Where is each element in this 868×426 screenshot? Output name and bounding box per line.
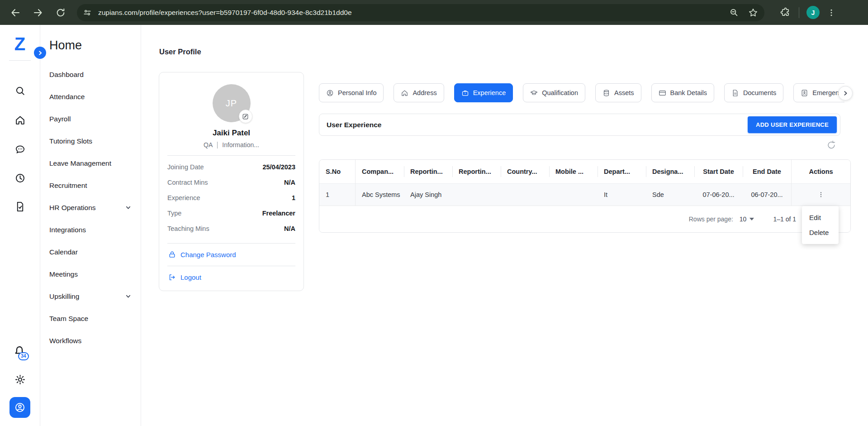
tab-experience[interactable]: Experience (454, 83, 513, 102)
sidebar-item-integrations[interactable]: Integrations (40, 219, 141, 241)
home-icon[interactable] (14, 115, 26, 126)
browser-reload-button[interactable] (54, 6, 67, 19)
toolbar-divider (799, 7, 799, 18)
document-check-icon[interactable] (14, 201, 26, 212)
rail-divider (9, 60, 31, 61)
extensions-button[interactable] (779, 6, 792, 19)
row-actions-kebab-button[interactable] (816, 189, 826, 200)
row-actions-menu: Edit Delete (802, 206, 839, 244)
column-header: Compan... (356, 160, 404, 183)
sidebar-item-calendar[interactable]: Calendar (40, 241, 141, 263)
tab-documents[interactable]: Documents (724, 83, 783, 102)
change-password-button[interactable]: Change Password (168, 251, 295, 258)
profile-card: JP Jaiki Patel QA Information... Joining… (159, 72, 304, 291)
icon-rail: Z 34 (0, 25, 40, 426)
puzzle-icon (780, 7, 791, 18)
zoom-out-icon[interactable] (729, 8, 739, 18)
sidebar-item-workflows[interactable]: Workflows (40, 330, 141, 352)
sidebar-item-payroll[interactable]: Payroll (40, 108, 141, 130)
menu-item-delete[interactable]: Delete (802, 225, 839, 240)
lock-icon (168, 251, 176, 258)
edit-avatar-button[interactable] (239, 110, 252, 123)
sidebar-item-upskilling[interactable]: Upskilling (40, 285, 141, 307)
cell-start-date: 07-06-20... (694, 183, 743, 206)
file-icon (731, 89, 739, 97)
profile-tabs: Personal Info Address Experience Qualifi… (319, 83, 844, 103)
sidebar-item-tutoring-slots[interactable]: Tutoring Slots (40, 130, 141, 152)
logout-icon (168, 273, 176, 281)
detail-row: Joining Date 25/04/2023 (167, 159, 295, 175)
tabs-scroll-right-button[interactable] (838, 86, 853, 101)
settings-gear-icon[interactable] (14, 374, 26, 385)
tab-address[interactable]: Address (394, 83, 444, 102)
url-text[interactable]: zupians.com/profile/experiences?user=b59… (98, 9, 352, 17)
briefcase-icon (461, 89, 469, 97)
user-name: Jaiki Patel (167, 129, 295, 138)
database-icon (602, 89, 610, 97)
sidebar-item-leave-management[interactable]: Leave Management (40, 152, 141, 174)
profile-button[interactable] (9, 397, 30, 418)
column-header: S.No (319, 160, 356, 183)
cell-mobile (549, 183, 598, 206)
clock-icon[interactable] (14, 172, 26, 184)
column-header: Country... (501, 160, 549, 183)
sidebar-item-recruitment[interactable]: Recruitment (40, 174, 141, 196)
refresh-icon[interactable] (827, 140, 836, 149)
sidebar-item-attendance[interactable]: Attendance (40, 86, 141, 108)
site-settings-icon[interactable] (83, 8, 92, 17)
column-header: Mobile ... (549, 160, 598, 183)
tab-bank-details[interactable]: Bank Details (651, 83, 714, 102)
pagination-range: 1–1 of 1 (773, 215, 796, 223)
sidebar-item-team-space[interactable]: Team Space (40, 307, 141, 330)
cell-sno: 1 (319, 183, 356, 206)
role-separator (217, 142, 218, 148)
sidebar-nav: Dashboard Attendance Payroll Tutoring Sl… (40, 63, 141, 352)
sidebar-item-meetings[interactable]: Meetings (40, 263, 141, 285)
tab-personal-info[interactable]: Personal Info (319, 83, 384, 102)
sidebar-item-hr-operations[interactable]: HR Operations (40, 196, 141, 219)
tab-emergency[interactable]: Emergency (793, 83, 844, 102)
menu-item-edit[interactable]: Edit (802, 210, 839, 225)
kebab-menu-icon (817, 191, 825, 198)
contact-badge-icon (801, 89, 808, 97)
rows-per-page-select[interactable]: 10 (740, 215, 754, 223)
chevron-right-icon (842, 90, 849, 96)
sidebar: Home Dashboard Attendance Payroll Tutori… (40, 25, 141, 426)
browser-forward-button[interactable] (32, 6, 44, 19)
sidebar-collapse-button[interactable] (34, 47, 46, 59)
add-user-experience-button[interactable]: ADD USER EXPERIENCE (748, 116, 837, 133)
notification-count-badge: 34 (18, 352, 29, 360)
browser-back-button[interactable] (9, 6, 22, 19)
table-pagination: Rows per page: 10 1–1 of 1 (319, 206, 850, 232)
column-header: Reportin... (452, 160, 501, 183)
column-header: Reportin... (404, 160, 452, 183)
column-header: Designa... (646, 160, 694, 183)
reload-icon (56, 8, 66, 18)
arrow-left-icon (10, 7, 21, 18)
tab-qualification[interactable]: Qualification (523, 83, 585, 102)
chevron-down-icon (125, 293, 132, 300)
bookmark-star-icon[interactable] (748, 8, 758, 18)
logout-button[interactable]: Logout (168, 273, 295, 281)
notifications-bell-icon[interactable]: 34 (13, 345, 28, 360)
cell-reporting-1: Ajay Singh (404, 183, 452, 206)
search-icon[interactable] (14, 85, 26, 96)
arrow-right-icon (33, 7, 43, 18)
page-title: User Profile (159, 48, 201, 56)
main-content: User Profile JP Jaiki Patel QA Informati… (141, 25, 868, 426)
table-header-row: S.No Compan... Reportin... Reportin... C… (319, 160, 850, 183)
credit-card-icon (659, 89, 666, 97)
browser-menu-button[interactable] (827, 8, 836, 17)
caret-down-icon (749, 218, 754, 220)
browser-profile-avatar[interactable]: J (806, 6, 820, 19)
cell-company: Abc Systems (356, 183, 404, 206)
cell-reporting-2 (452, 183, 501, 206)
user-role: QA (204, 141, 213, 148)
cell-end-date: 06-07-20... (743, 183, 791, 206)
table-row[interactable]: 1 Abc Systems Ajay Singh It Sde 07-06-20… (319, 183, 850, 206)
cell-designation: Sde (646, 183, 694, 206)
sidebar-item-dashboard[interactable]: Dashboard (40, 63, 141, 86)
url-bar[interactable]: zupians.com/profile/experiences?user=b59… (77, 4, 764, 21)
chat-icon[interactable] (14, 144, 26, 155)
tab-assets[interactable]: Assets (595, 83, 641, 102)
